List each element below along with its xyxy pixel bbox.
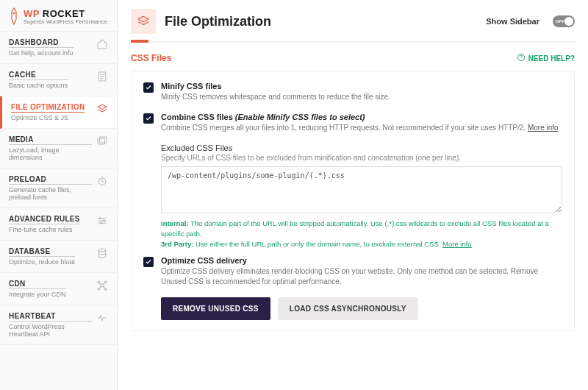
sidebar-item-file-optimization[interactable]: FILE OPTIMIZATIONOptimize CSS & JS xyxy=(0,96,117,129)
sidebar-item-advanced-rules[interactable]: ADVANCED RULESFine-tune cache rules xyxy=(0,208,117,241)
timer-icon xyxy=(96,175,108,189)
option-combine-css: Combine CSS files (Enable Minify CSS fil… xyxy=(143,113,562,133)
topbar: File Optimization Show Sidebar OFF xyxy=(118,0,588,34)
layers-icon xyxy=(96,103,108,117)
brand-logo: WP ROCKET Superior WordPress Performance xyxy=(0,0,117,32)
combine-title: Combine CSS files xyxy=(161,113,235,121)
option-optimize-css-delivery: Optimize CSS delivery Optimize CSS deliv… xyxy=(143,256,562,287)
tab-indicator xyxy=(131,41,575,43)
option-minify-css: Minify CSS files Minify CSS removes whit… xyxy=(143,82,562,102)
heartbeat-icon xyxy=(96,312,108,326)
layers-icon xyxy=(131,9,156,34)
svg-point-0 xyxy=(13,13,15,15)
combine-desc: Combine CSS merges all your files into 1… xyxy=(161,124,528,132)
optimize-title: Optimize CSS delivery xyxy=(161,256,562,265)
css-files-panel: Minify CSS files Minify CSS removes whit… xyxy=(131,71,575,331)
brand-prefix: WP xyxy=(24,8,40,19)
sidebar-item-preload[interactable]: PRELOADGenerate cache files, preload fon… xyxy=(0,169,117,208)
need-help-link[interactable]: NEED HELP? xyxy=(517,53,575,63)
excluded-label: Excluded CSS Files xyxy=(161,143,562,152)
optimize-css-checkbox[interactable] xyxy=(143,257,154,267)
home-icon xyxy=(96,38,108,52)
images-icon xyxy=(96,135,108,149)
excluded-css-field: Excluded CSS Files Specify URLs of CSS f… xyxy=(161,143,562,249)
network-icon xyxy=(96,280,108,294)
sidebar: WP ROCKET Superior WordPress Performance… xyxy=(0,0,118,390)
svg-point-8 xyxy=(98,249,105,252)
database-icon xyxy=(96,247,108,261)
help-icon xyxy=(517,53,526,63)
excluded-notes: Internal: The domain part of the URL wil… xyxy=(161,219,562,249)
section-title: CSS Files xyxy=(131,53,171,63)
content-scroll: CSS Files NEED HELP? Minify CSS files Mi… xyxy=(118,43,588,390)
sidebar-item-heartbeat[interactable]: HEARTBEATControl WordPress Heartbeat API xyxy=(0,305,117,345)
page-title: File Optimization xyxy=(165,14,271,29)
svg-rect-3 xyxy=(100,137,107,143)
sliders-icon xyxy=(96,215,108,229)
optimize-desc: Optimize CSS delivery eliminates render-… xyxy=(161,266,562,287)
sidebar-item-database[interactable]: DATABASEOptimize, reduce bloat xyxy=(0,241,117,273)
show-sidebar-toggle[interactable]: OFF xyxy=(553,15,575,27)
excluded-more-info-link[interactable]: More info xyxy=(442,240,472,248)
excluded-css-textarea[interactable]: /wp-content/plugins/some-plugin/(.*).css xyxy=(161,166,562,213)
minify-title: Minify CSS files xyxy=(161,82,562,91)
sidebar-item-media[interactable]: MEDIALazyLoad, image dimensions xyxy=(0,129,117,169)
sidebar-item-cache[interactable]: CACHEBasic cache options xyxy=(0,64,117,96)
combine-css-checkbox[interactable] xyxy=(143,113,154,124)
main-content: File Optimization Show Sidebar OFF CSS F… xyxy=(118,0,588,390)
brand-tagline: Superior WordPress Performance xyxy=(24,19,107,24)
brand-suffix: ROCKET xyxy=(40,8,85,19)
remove-unused-css-button[interactable]: REMOVE UNUSED CSS xyxy=(161,297,270,320)
page-icon xyxy=(96,71,108,85)
show-sidebar-label: Show Sidebar xyxy=(486,17,539,26)
minify-desc: Minify CSS removes whitespace and commen… xyxy=(161,92,562,102)
svg-point-9 xyxy=(101,284,104,287)
combine-more-info-link[interactable]: More info xyxy=(528,124,559,132)
sidebar-item-cdn[interactable]: CDNIntegrate your CDN xyxy=(0,273,117,305)
sidebar-item-dashboard[interactable]: DASHBOARDGet help, account info xyxy=(0,32,117,64)
excluded-desc: Specify URLs of CSS files to be excluded… xyxy=(161,154,562,162)
minify-css-checkbox[interactable] xyxy=(143,82,154,93)
rocket-icon xyxy=(9,7,19,25)
svg-rect-2 xyxy=(98,138,104,144)
combine-hint: (Enable Minify CSS files to select) xyxy=(235,113,365,121)
load-css-async-button[interactable]: LOAD CSS ASYNCHRONOUSLY xyxy=(278,297,418,320)
sidebar-nav: DASHBOARDGet help, account info CACHEBas… xyxy=(0,32,117,390)
